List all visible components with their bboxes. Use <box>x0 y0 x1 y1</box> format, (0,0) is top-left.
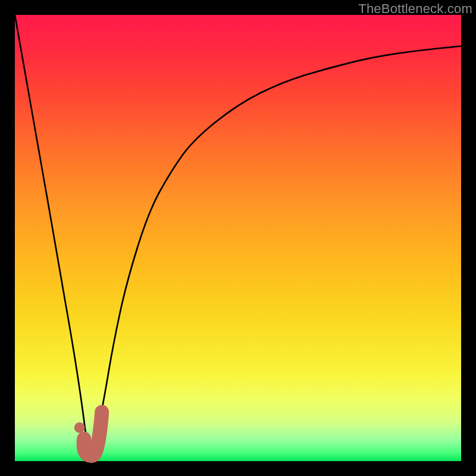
bottleneck-curve <box>15 15 461 456</box>
watermark-text: TheBottleneck.com <box>358 1 472 17</box>
marker-hook <box>84 412 102 456</box>
chart-frame: TheBottleneck.com <box>0 0 476 476</box>
marker-dot <box>74 422 85 433</box>
chart-svg <box>15 15 461 461</box>
plot-area <box>15 15 461 461</box>
